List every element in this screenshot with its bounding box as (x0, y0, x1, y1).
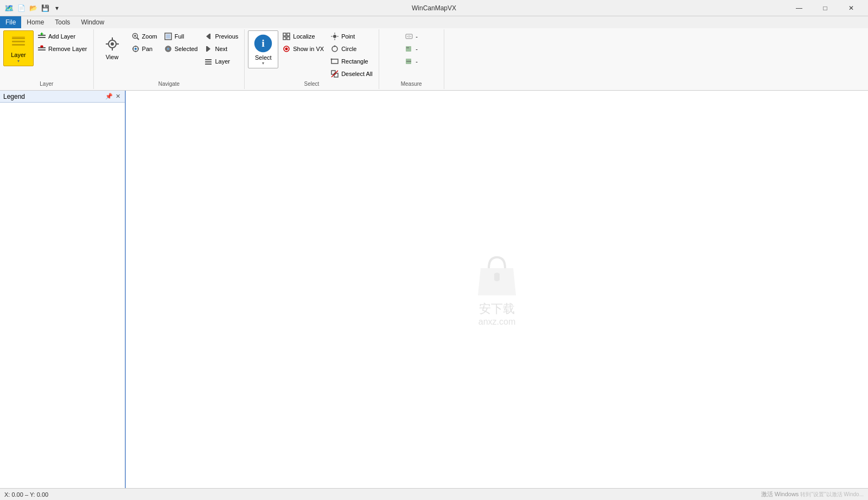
svg-point-14 (111, 42, 114, 46)
next-button[interactable]: Next (201, 43, 241, 55)
remove-layer-icon (37, 45, 46, 53)
window-title: WinCanMapVX (0, 4, 868, 12)
select-ribbon-group: i Select ▾ Local (245, 29, 379, 89)
svg-line-60 (331, 71, 338, 77)
circle-label: Circle (341, 46, 356, 52)
deselect-all-label: Deselect All (341, 71, 372, 77)
rectangle-button[interactable]: Rectangle (328, 55, 375, 67)
add-layer-button[interactable]: Add Layer (35, 30, 90, 42)
zoom-label: Zoom (142, 33, 157, 40)
measure-icon2 (405, 45, 413, 53)
svg-rect-1 (12, 41, 25, 42)
view-button[interactable]: View (97, 30, 127, 66)
select-button[interactable]: i Select ▾ (248, 30, 278, 68)
previous-icon (204, 32, 213, 41)
measure-btn2[interactable]: - (402, 43, 420, 55)
measure-icon3 (405, 57, 413, 66)
svg-rect-7 (40, 34, 43, 34)
measure-group-content: - - (402, 30, 420, 80)
menu-file[interactable]: File (0, 16, 21, 28)
svg-point-57 (331, 59, 333, 60)
watermark-subtext: anxz.com (478, 317, 515, 327)
localize-button[interactable]: Localize (279, 30, 327, 42)
close-button[interactable]: ✕ (839, 3, 864, 14)
legend-header-controls: 📌 ✕ (105, 93, 122, 100)
quick-new-button[interactable]: 📄 (16, 3, 27, 14)
measure-label1: - (416, 33, 418, 40)
full-button[interactable]: Full (161, 30, 201, 42)
select-col2: Point Circle (328, 30, 375, 80)
full-icon (164, 32, 173, 41)
watermark: 安下载 anxz.com (470, 252, 524, 327)
menu-window[interactable]: Window (75, 16, 110, 28)
pan-icon (131, 45, 140, 53)
legend-close-button[interactable]: ✕ (114, 93, 122, 100)
measure-icon1 (405, 32, 413, 41)
layer-nav-button[interactable]: Layer (201, 55, 241, 67)
layer-ribbon-group: Layer ▾ Add Layer (0, 29, 94, 89)
point-button[interactable]: Point (328, 30, 375, 42)
layer-small-buttons: Add Layer Remove Layer (35, 30, 90, 55)
layer-button[interactable]: Layer ▾ (3, 30, 34, 66)
menu-home-label: Home (27, 18, 44, 26)
measure-group-label: Measure (401, 80, 422, 88)
next-icon (204, 45, 213, 53)
menu-home[interactable]: Home (21, 16, 49, 28)
legend-header: Legend 📌 ✕ (0, 91, 125, 103)
localize-icon (282, 32, 291, 41)
svg-rect-65 (406, 46, 411, 52)
legend-pin-button[interactable]: 📌 (105, 93, 113, 100)
svg-rect-35 (209, 34, 210, 39)
menu-tools[interactable]: Tools (49, 16, 75, 28)
dropdown-icon: ▾ (55, 4, 59, 12)
navigate-group-label: Navigate (158, 80, 180, 88)
navigate-group-content: View Zoom (97, 30, 241, 80)
pan-button[interactable]: Pan (129, 43, 160, 55)
rectangle-label: Rectangle (341, 58, 368, 65)
svg-rect-2 (12, 44, 25, 46)
open-icon: 📂 (29, 4, 37, 12)
select-group-content: i Select ▾ Local (248, 30, 375, 80)
measure-btn3[interactable]: - (402, 55, 420, 67)
svg-rect-44 (287, 33, 290, 36)
svg-rect-9 (38, 49, 46, 50)
svg-marker-34 (206, 34, 209, 39)
status-coords: X: 0.00 – Y: 0.00 (4, 491, 48, 498)
measure-btn1[interactable]: - (402, 30, 420, 42)
svg-rect-45 (283, 37, 286, 40)
layer-button-label: Layer (11, 52, 26, 59)
svg-marker-36 (207, 46, 210, 52)
remove-layer-button[interactable]: Remove Layer (35, 43, 90, 55)
minimize-button[interactable]: — (787, 3, 812, 14)
svg-rect-46 (287, 37, 290, 40)
layer-nav-icon (204, 57, 213, 66)
selected-nav-button[interactable]: Selected (161, 43, 201, 55)
quick-save-button[interactable]: 💾 (40, 3, 50, 14)
new-icon: 📄 (17, 4, 25, 12)
title-bar: 🗺️ 📄 📂 💾 ▾ WinCanMapVX — □ ✕ (0, 0, 868, 16)
previous-button[interactable]: Previous (201, 30, 241, 42)
deselect-all-icon (330, 69, 339, 78)
quick-open-button[interactable]: 📂 (28, 3, 39, 14)
circle-button[interactable]: Circle (328, 43, 375, 55)
svg-rect-43 (283, 33, 286, 36)
show-in-vx-button[interactable]: Show in VX (279, 43, 327, 55)
title-bar-controls: — □ ✕ (787, 3, 864, 14)
quick-dropdown-button[interactable]: ▾ (52, 3, 62, 14)
svg-rect-0 (12, 37, 25, 39)
select-col1: Localize Show in VX (279, 30, 327, 55)
navigate-col1: Zoom Pan (129, 30, 160, 55)
windows-activation-msg: 激活 Windows (761, 491, 799, 497)
svg-line-20 (137, 38, 139, 40)
quick-access: 📄 📂 💾 ▾ (16, 3, 62, 14)
svg-rect-8 (38, 47, 46, 48)
watermark-text: 安下载 (479, 301, 515, 317)
previous-label: Previous (215, 33, 238, 40)
zoom-button[interactable]: Zoom (129, 30, 160, 42)
deselect-all-button[interactable]: Deselect All (328, 68, 375, 80)
menu-tools-label: Tools (55, 18, 70, 26)
maximize-button[interactable]: □ (813, 3, 838, 14)
full-label: Full (175, 33, 184, 40)
ribbon-spacer (444, 29, 868, 89)
navigate-col2: Full Selected (161, 30, 201, 55)
